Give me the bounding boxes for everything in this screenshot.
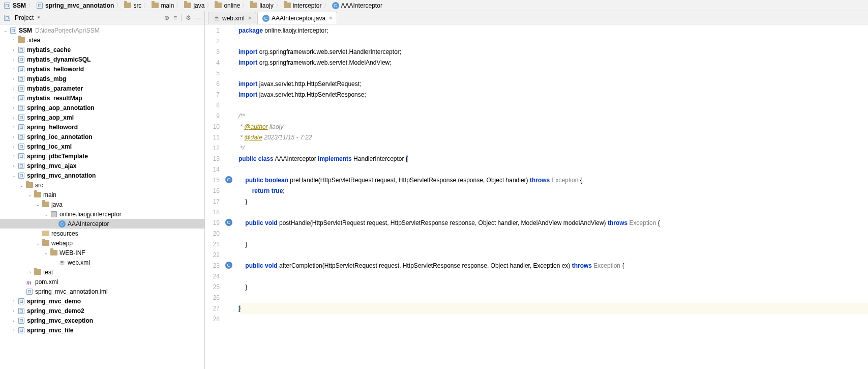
tree-node[interactable]: ⌄main [0,190,204,200]
tree-node[interactable]: ›spring_ioc_xml [0,141,204,151]
editor-tab[interactable]: ☕web.xml✕ [208,12,256,24]
tree-node[interactable]: ›mybatis_mbg [0,74,204,83]
tree-node[interactable]: ›mybatis_parameter [0,83,204,93]
close-tab-icon[interactable]: ✕ [328,15,333,21]
chevron-right-icon[interactable]: › [10,318,17,323]
code-line[interactable] [238,314,868,325]
tree-node[interactable]: ⌄webapp [0,238,204,248]
tree-node[interactable]: ›mybatis_resultMap [0,93,204,103]
chevron-right-icon[interactable]: › [10,76,17,81]
chevron-right-icon[interactable]: › [10,86,17,91]
chevron-right-icon[interactable]: › [10,96,17,101]
code-line[interactable]: import javax.servlet.http.HttpServletReq… [238,79,868,90]
code-line[interactable]: public void afterCompletion(HttpServletR… [238,261,868,271]
chevron-right-icon[interactable]: › [10,328,17,333]
chevron-down-icon[interactable]: ⌄ [26,192,34,197]
tree-node[interactable]: spring_mvc_annotation.iml [0,287,204,296]
expand-all-icon[interactable]: ≡ [173,14,177,21]
code-line[interactable]: public class AAAInterceptor implements H… [238,154,868,164]
code-line[interactable] [238,293,868,303]
chevron-right-icon[interactable]: › [10,47,17,52]
code-line[interactable] [238,100,868,111]
breadcrumb-item[interactable]: main [150,2,175,10]
settings-icon[interactable]: ⚙ [186,14,191,21]
chevron-right-icon[interactable]: › [10,308,17,314]
tree-node[interactable]: resources [0,229,204,238]
tree-node[interactable]: ›test [0,267,204,277]
override-gutter-icon[interactable]: O [225,262,232,269]
tree-node[interactable]: CAAAInterceptor [0,219,204,229]
code-editor[interactable]: 1234567891011121314151617181920212223242… [205,24,868,369]
code-line[interactable]: * @author liaojy [238,122,868,132]
select-opened-file-icon[interactable]: ⊕ [164,14,169,21]
breadcrumb-item[interactable]: SSM [2,2,27,10]
code-line[interactable]: package online.liaojy.interceptor; [238,25,868,36]
code-line[interactable] [238,271,868,282]
chevron-down-icon[interactable]: ⌄ [35,241,42,246]
chevron-down-icon[interactable]: ⌄ [35,202,42,207]
breadcrumb-item[interactable]: CAAAInterceptor [331,2,383,10]
tree-node[interactable]: mpom.xml [0,277,204,287]
chevron-right-icon[interactable]: › [10,115,17,120]
chevron-right-icon[interactable]: › [10,38,17,43]
code-line[interactable] [238,164,868,175]
tree-node[interactable]: ›spring_helloword [0,122,204,132]
tree-node[interactable]: ›spring_jdbcTemplate [0,151,204,161]
override-gutter-icon[interactable]: O [225,219,232,226]
tree-node[interactable]: ⌄online.liaojy.interceptor [0,209,204,219]
code-line[interactable] [238,250,868,261]
tree-node[interactable]: ›mybatis_dynamicSQL [0,54,204,64]
code-line[interactable]: } [238,303,868,314]
code-line[interactable]: } [238,239,868,250]
editor-tab[interactable]: CAAAInterceptor.java✕ [257,12,337,24]
chevron-right-icon[interactable]: › [10,299,17,304]
tree-node[interactable]: ›.idea [0,35,204,45]
chevron-right-icon[interactable]: › [26,270,34,275]
code-line[interactable]: */ [238,143,868,154]
chevron-down-icon[interactable]: ⌄ [18,183,25,188]
code-line[interactable]: public void postHandle(HttpServletReques… [238,218,868,229]
breadcrumb-item[interactable]: interceptor [282,2,323,10]
tree-node[interactable]: ›spring_mvc_demo [0,296,204,306]
tree-node[interactable]: ›spring_mvc_demo2 [0,306,204,316]
code-line[interactable]: import org.springframework.web.servlet.H… [238,47,868,58]
breadcrumb-item[interactable]: spring_mvc_annotation [35,2,115,10]
tree-node[interactable]: ›spring_aop_xml [0,112,204,122]
tree-node[interactable]: ›spring_mvc_exception [0,316,204,325]
code-line[interactable] [238,68,868,79]
tree-node[interactable]: ›spring_ioc_annotation [0,132,204,141]
code-line[interactable]: public boolean preHandle(HttpServletRequ… [238,175,868,186]
tree-node[interactable]: ⌄WEB-INF [0,248,204,258]
tree-node[interactable]: ⌄SSMD:\ideaPorject\Apr\SSM [0,25,204,35]
breadcrumb-item[interactable]: online [213,2,241,10]
chevron-down-icon[interactable]: ⌄ [43,212,50,217]
code-line[interactable]: /** [238,111,868,122]
tree-node[interactable]: ›spring_mvc_file [0,325,204,335]
tree-node[interactable]: ⌄java [0,200,204,209]
code-line[interactable]: return true; [238,186,868,196]
tree-node[interactable]: ›mybatis_helloworld [0,64,204,74]
chevron-down-icon[interactable]: ⌄ [43,250,50,256]
tree-node[interactable]: ›spring_mvc_ajax [0,161,204,171]
code-line[interactable]: import org.springframework.web.servlet.M… [238,58,868,68]
breadcrumb-item[interactable]: liaojy [249,2,274,10]
code-line[interactable]: * @date 2023/11/15 - 7:22 [238,132,868,143]
code-line[interactable] [238,207,868,218]
code-line[interactable] [238,229,868,239]
close-tab-icon[interactable]: ✕ [248,15,252,21]
breadcrumb-item[interactable]: java [183,2,205,10]
tree-node[interactable]: ⌄spring_mvc_annotation [0,171,204,180]
override-gutter-icon[interactable]: O [225,176,232,183]
code-lines[interactable]: package online.liaojy.interceptor;import… [235,24,868,369]
chevron-right-icon[interactable]: › [10,154,17,159]
chevron-down-icon[interactable]: ⌄ [2,28,9,33]
chevron-right-icon[interactable]: › [10,125,17,130]
code-line[interactable]: } [238,282,868,293]
project-panel-title[interactable]: Project ▼ [3,14,164,22]
chevron-right-icon[interactable]: › [10,105,17,110]
tree-node[interactable]: ›mybatis_cache [0,45,204,54]
project-tree[interactable]: ⌄SSMD:\ideaPorject\Apr\SSM›.idea›mybatis… [0,24,204,369]
chevron-right-icon[interactable]: › [10,144,17,149]
code-line[interactable]: } [238,196,868,207]
chevron-right-icon[interactable]: › [10,57,17,62]
